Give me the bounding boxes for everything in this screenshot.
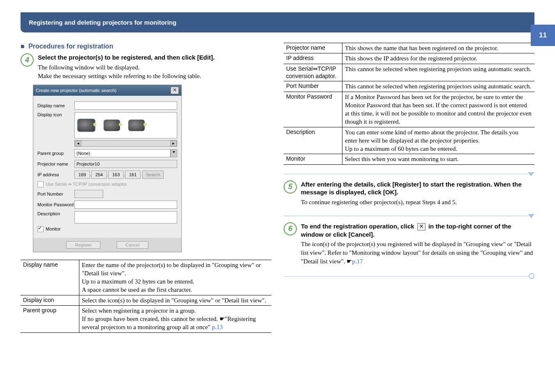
section-heading-text: Procedures for registration bbox=[28, 43, 113, 50]
icon-scrollbar[interactable]: ◄ ► bbox=[74, 140, 177, 147]
projector-name-label: Projector name bbox=[37, 161, 74, 166]
table-row: DescriptionYou can enter some kind of me… bbox=[284, 127, 534, 154]
close-icon[interactable]: ✕ bbox=[171, 87, 179, 94]
step-6-title: To end the registration operation, click… bbox=[301, 222, 534, 239]
close-icon: ✕ bbox=[417, 223, 426, 231]
page-header: Registering and deleting projectors for … bbox=[21, 12, 534, 32]
port-number-label: Port Number bbox=[37, 191, 74, 196]
table-value: You can enter some kind of memo about th… bbox=[342, 127, 535, 154]
ip-seg-3: 163 bbox=[108, 171, 124, 179]
search-button[interactable]: Search bbox=[142, 171, 164, 179]
step-6-text-body: The icon(s) of the projector(s) you regi… bbox=[301, 241, 533, 265]
table-value: Select this when you want monitoring to … bbox=[342, 154, 535, 164]
table-row: Display iconSelect the icon(s) to be dis… bbox=[21, 295, 271, 305]
table-key: Use Serial⇔TCP/IP conversion adaptor. bbox=[284, 64, 342, 81]
display-name-input[interactable] bbox=[74, 101, 177, 110]
table-value: This cannot be selected when registering… bbox=[342, 81, 535, 92]
dialog-buttons: Register Cancel bbox=[33, 238, 181, 252]
table-key: IP address bbox=[284, 53, 342, 64]
bullet-icon: ■ bbox=[21, 43, 25, 50]
table-key: Projector name bbox=[284, 43, 342, 53]
page-link[interactable]: p.13 bbox=[212, 324, 222, 330]
create-projector-dialog: Create new projector (automatic search) … bbox=[33, 85, 182, 252]
table-row: Monitor PasswordIf a Monitor Password ha… bbox=[284, 92, 534, 127]
register-button[interactable]: Register bbox=[66, 241, 100, 249]
port-number-field bbox=[74, 190, 103, 198]
display-name-label: Display name bbox=[37, 103, 74, 108]
use-serial-checkbox bbox=[37, 181, 44, 187]
header-title: Registering and deleting projectors for … bbox=[29, 19, 176, 26]
table-row: Port NumberThis cannot be selected when … bbox=[284, 81, 534, 92]
dialog-titlebar: Create new projector (automatic search) … bbox=[33, 85, 181, 96]
table-value: If a Monitor Password has been set for t… bbox=[342, 92, 535, 127]
projector-name-field: Projector10 bbox=[74, 160, 177, 168]
table-key: Monitor Password bbox=[284, 92, 342, 127]
display-icon-label: Display icon bbox=[37, 112, 74, 117]
table-value: Enter the name of the projector(s) to be… bbox=[79, 260, 272, 295]
table-value: This shows the IP address for the regist… bbox=[342, 53, 535, 64]
projector-icon[interactable] bbox=[128, 120, 145, 131]
ip-seg-2: 254 bbox=[91, 171, 107, 179]
monitor-checkbox[interactable] bbox=[37, 226, 44, 232]
right-column: Projector nameThis shows the name that h… bbox=[284, 43, 534, 333]
table-key: Parent group bbox=[21, 305, 79, 332]
page-number: 11 bbox=[531, 25, 555, 46]
table-key: Display icon bbox=[21, 295, 79, 305]
parent-group-select[interactable]: (None) bbox=[74, 149, 171, 157]
table-row: Projector nameThis shows the name that h… bbox=[284, 43, 534, 53]
projector-icon[interactable] bbox=[77, 119, 95, 132]
parent-group-label: Parent group bbox=[37, 151, 74, 156]
step-4-badge: 4 bbox=[21, 53, 34, 67]
table-key: Monitor bbox=[284, 154, 342, 164]
description-label: Description bbox=[37, 211, 74, 216]
ip-seg-1: 169 bbox=[74, 171, 90, 179]
table-row: Use Serial⇔TCP/IP conversion adaptor.Thi… bbox=[284, 64, 534, 81]
definitions-table-right: Projector nameThis shows the name that h… bbox=[284, 43, 534, 165]
step-5-title: After entering the details, click [Regis… bbox=[301, 180, 534, 196]
definitions-table-left: Display nameEnter the name of the projec… bbox=[21, 260, 271, 333]
table-row: MonitorSelect this when you want monitor… bbox=[284, 154, 534, 164]
projector-icon[interactable] bbox=[104, 120, 120, 131]
step-5-text: To continue registering other projector(… bbox=[301, 198, 534, 207]
page-link[interactable]: p.17 bbox=[352, 258, 363, 265]
table-key: Description bbox=[284, 127, 342, 154]
monitor-password-label: Monitor Password bbox=[37, 202, 74, 207]
table-value: Select when registering a projector in a… bbox=[79, 305, 272, 332]
scroll-left-icon[interactable]: ◄ bbox=[75, 141, 81, 146]
display-icon-picker[interactable] bbox=[74, 112, 177, 138]
monitor-password-input[interactable] bbox=[74, 201, 177, 209]
divider-icon bbox=[284, 214, 534, 218]
monitor-checkbox-label: Monitor bbox=[46, 226, 61, 231]
divider-icon bbox=[284, 172, 534, 176]
table-value: Select the icon(s) to be displayed in "G… bbox=[79, 295, 272, 305]
dialog-body: Display name Display icon ◄ bbox=[33, 96, 181, 238]
table-row: Display nameEnter the name of the projec… bbox=[21, 260, 271, 295]
use-serial-label: Use Serial ⇔ TCP/IP conversion adaptor. bbox=[46, 182, 128, 187]
left-column: ■ Procedures for registration 4 Select t… bbox=[21, 43, 271, 333]
description-input[interactable] bbox=[74, 211, 177, 224]
table-value: This shows the name that has been regist… bbox=[342, 43, 535, 53]
divider-end-icon bbox=[284, 273, 534, 279]
table-row: IP addressThis shows the IP address for … bbox=[284, 53, 534, 64]
section-heading: ■ Procedures for registration bbox=[21, 43, 271, 50]
table-key: Port Number bbox=[284, 81, 342, 92]
step-6-badge: 6 bbox=[284, 222, 297, 235]
table-key: Display name bbox=[21, 260, 79, 295]
cancel-button[interactable]: Cancel bbox=[117, 241, 148, 249]
step-6-title-pre: To end the registration operation, click bbox=[301, 223, 416, 230]
step-5-badge: 5 bbox=[284, 180, 297, 194]
scroll-right-icon[interactable]: ► bbox=[170, 141, 177, 146]
ip-address-label: IP address bbox=[37, 172, 74, 177]
step-4-text: The following window will be displayed. … bbox=[38, 63, 271, 81]
step-4-title: Select the projector(s) to be registered… bbox=[38, 53, 271, 62]
table-value: This cannot be selected when registering… bbox=[342, 64, 535, 81]
ip-seg-4: 161 bbox=[125, 171, 141, 179]
step-6-text: The icon(s) of the projector(s) you regi… bbox=[301, 240, 534, 266]
dialog-title: Create new projector (automatic search) bbox=[36, 88, 116, 93]
table-row: Parent groupSelect when registering a pr… bbox=[21, 305, 271, 332]
chevron-down-icon[interactable]: ▼ bbox=[171, 149, 177, 157]
